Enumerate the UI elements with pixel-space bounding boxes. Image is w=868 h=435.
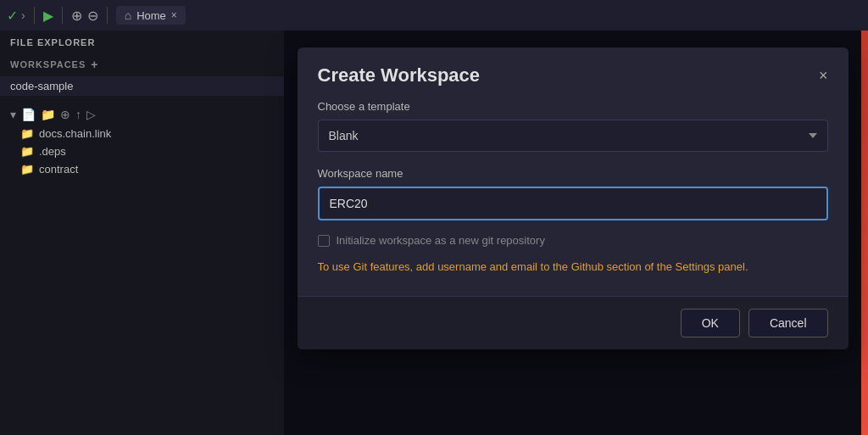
workspace-name-label: Workspace name [318,167,828,180]
dialog-footer: OK Cancel [298,296,849,349]
workspaces-section: WORKSPACES + [0,54,284,75]
check-icon: ✓ [7,8,18,24]
toolbar-divider2 [62,7,63,24]
add-workspace-icon[interactable]: + [91,58,98,71]
list-item[interactable]: 📁 .deps [0,142,284,160]
new-folder-icon[interactable]: 📁 [41,108,55,121]
workspaces-label: WORKSPACES [10,59,86,70]
zoom-out-icon[interactable]: ⊖ [87,8,98,24]
sidebar-title: FILE EXPLORER [0,31,284,54]
file-name: .deps [39,145,66,158]
cancel-button[interactable]: Cancel [748,309,828,337]
toolbar-divider [34,7,35,24]
play-icon: ▶ [43,8,53,24]
dialog-header: Create Workspace × [298,47,849,100]
zoom-in-icon[interactable]: ⊕ [71,8,82,24]
home-tab[interactable]: ⌂ Home × [116,6,186,25]
file-name: contract [39,163,78,176]
ok-button[interactable]: OK [681,309,740,337]
collapse-icon[interactable]: ▾ [10,108,16,121]
github-icon[interactable]: ⊕ [60,108,70,121]
arrow-icon: › [21,8,25,22]
dialog-title: Create Workspace [318,64,481,86]
git-warning-text: To use Git features, add username and em… [318,259,828,276]
folder-icon: 📁 [20,163,34,176]
workspace-name-input[interactable] [318,187,828,220]
dialog-body: Choose a template Blank Workspace name I… [298,100,849,296]
workspace-item[interactable]: code-sample [0,76,284,96]
tab-close-icon[interactable]: × [171,9,177,21]
toolbar-divider3 [107,7,108,24]
right-edge-accent [861,31,868,435]
run-icon[interactable]: ▷ [86,108,96,121]
create-workspace-dialog: Create Workspace × Choose a template Bla… [298,47,849,349]
template-select[interactable]: Blank [318,120,828,152]
home-icon: ⌂ [125,8,131,22]
dialog-close-button[interactable]: × [819,68,828,83]
dialog-overlay: Create Workspace × Choose a template Bla… [284,31,861,435]
tab-label: Home [136,9,166,22]
upload-icon[interactable]: ↑ [75,108,81,121]
toolbar-checks: ✓ › [7,8,25,24]
git-init-label: Initialize workspace as a new git reposi… [337,234,545,247]
main-area: FILE EXPLORER WORKSPACES + code-sample ▾… [0,31,868,435]
content-area: Create Workspace × Choose a template Bla… [284,31,861,435]
new-file-icon[interactable]: 📄 [21,108,36,121]
git-init-checkbox[interactable] [318,235,330,247]
file-name: docs.chain.link [39,127,111,140]
list-item[interactable]: 📁 contract [0,160,284,178]
folder-icon: 📁 [20,127,34,140]
file-tree: ▾ 📄 📁 ⊕ ↑ ▷ 📁 docs.chain.link 📁 .deps 📁 … [0,98,284,185]
file-tree-toolbar: ▾ 📄 📁 ⊕ ↑ ▷ [0,104,284,125]
list-item[interactable]: 📁 docs.chain.link [0,125,284,142]
folder-icon: 📁 [20,145,34,158]
toolbar: ✓ › ▶ ⊕ ⊖ ⌂ Home × [0,0,868,31]
template-label: Choose a template [318,100,828,113]
sidebar: FILE EXPLORER WORKSPACES + code-sample ▾… [0,31,284,435]
git-init-row: Initialize workspace as a new git reposi… [318,234,828,247]
